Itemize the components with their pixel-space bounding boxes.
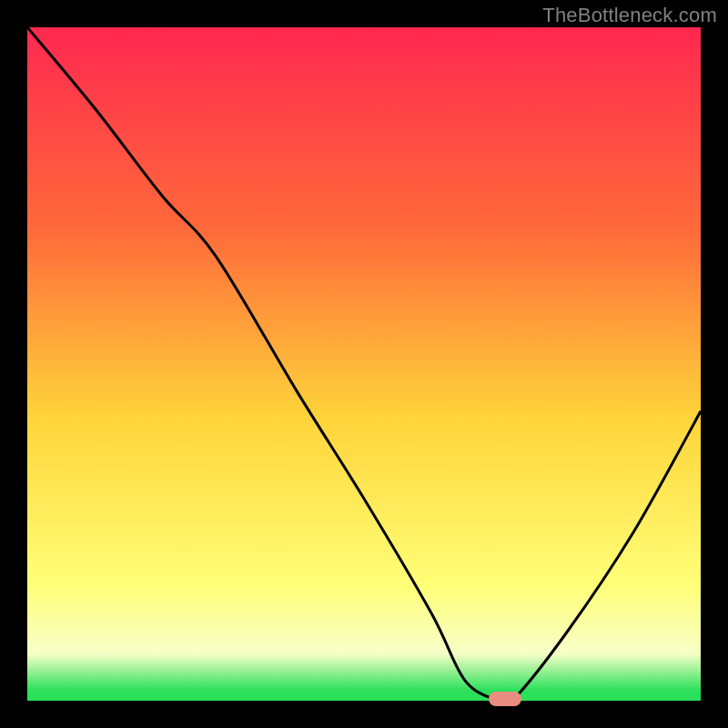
optimal-marker bbox=[489, 692, 521, 706]
plot-area bbox=[27, 27, 701, 701]
chart-svg bbox=[27, 27, 701, 701]
gradient-rect bbox=[27, 27, 701, 701]
chart-frame: TheBottleneck.com bbox=[0, 0, 728, 728]
watermark-text: TheBottleneck.com bbox=[542, 4, 717, 27]
